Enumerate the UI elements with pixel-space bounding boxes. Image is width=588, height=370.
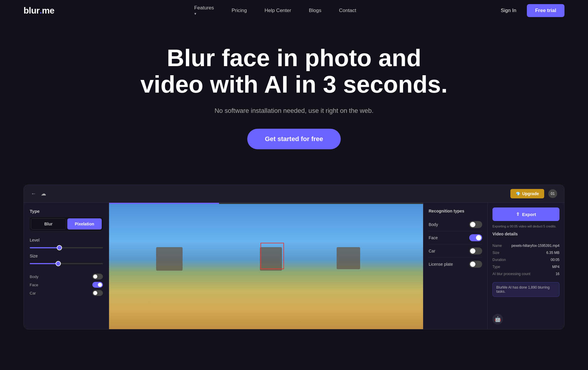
export-icon: ⇧ — [516, 212, 520, 217]
blur-type-button[interactable]: Blur — [31, 218, 66, 230]
left-panel: Type Blur Pixelation Level Size Bod — [24, 203, 109, 329]
video-placeholder — [109, 203, 423, 329]
nav-actions: Sign In Free trial — [496, 4, 564, 17]
face-toggle[interactable] — [92, 282, 103, 288]
detail-duration-key: Duration — [492, 258, 506, 262]
nav-link-features[interactable]: Features — [194, 5, 214, 11]
detail-duration-row: Duration 00:05 — [492, 256, 559, 263]
pixelation-type-button[interactable]: Pixelation — [67, 218, 102, 230]
detail-name-row: Name pexels-hillaryfox-1595391.mp4 — [492, 242, 559, 249]
navbar: blur.me Features Pricing Help Center Blo… — [0, 0, 588, 21]
nav-link-blogs[interactable]: Blogs — [309, 8, 321, 14]
export-note: Exporting a 00:05 video will deduct 5 cr… — [492, 225, 559, 228]
detail-type-row: Type MP4 — [492, 263, 559, 270]
details-panel: ⇧ Export Exporting a 00:05 video will de… — [488, 203, 564, 329]
detail-name-key: Name — [492, 244, 502, 248]
ai-message: BlurMe AI has done 1,890 blurring tasks. — [492, 282, 559, 297]
nav-links: Features Pricing Help Center Blogs Conta… — [194, 5, 356, 16]
hero-subtitle: No software installation needed, use it … — [12, 107, 576, 115]
detail-ai-count-key: AI blur processing count — [492, 272, 530, 276]
nav-item-contact[interactable]: Contact — [339, 8, 356, 14]
free-trial-button[interactable]: Free trial — [527, 4, 564, 17]
recognition-face-label: Face — [429, 235, 438, 240]
recognition-body-row: Body — [429, 218, 482, 231]
signin-button[interactable]: Sign In — [496, 5, 521, 16]
get-started-button[interactable]: Get started for free — [247, 129, 341, 149]
blur-overlay-right — [337, 247, 360, 269]
recognition-car-toggle[interactable] — [469, 247, 482, 255]
back-icon[interactable]: ← — [31, 191, 36, 197]
logo-dot: . — [40, 6, 42, 16]
body-toggle-row: Body — [30, 272, 103, 281]
recognition-car-label: Car — [429, 249, 435, 253]
size-slider[interactable] — [30, 263, 103, 264]
recognition-panel: Recognition types Body Face Car License … — [423, 203, 488, 329]
type-section: Type Blur Pixelation — [30, 209, 103, 231]
recognition-body-label: Body — [429, 222, 438, 227]
detail-size-row: Size 6.35 MB — [492, 249, 559, 256]
app-content: Type Blur Pixelation Level Size Bod — [24, 203, 564, 329]
video-progress-bar[interactable] — [109, 203, 423, 204]
nav-link-contact[interactable]: Contact — [339, 8, 356, 14]
detail-duration-val: 00:05 — [551, 258, 559, 262]
export-button[interactable]: ⇧ Export — [492, 207, 559, 221]
features-chevron-icon — [194, 11, 196, 16]
nav-item-pricing[interactable]: Pricing — [232, 8, 247, 14]
video-area[interactable] — [109, 203, 423, 329]
recognition-face-row: Face — [429, 231, 482, 245]
level-slider[interactable] — [30, 247, 103, 248]
nav-link-pricing[interactable]: Pricing — [232, 8, 247, 14]
nav-link-help[interactable]: Help Center — [265, 8, 291, 14]
blur-overlay-left — [156, 247, 183, 271]
level-section: Level — [30, 238, 103, 250]
level-label: Level — [30, 238, 103, 242]
app-preview: ← ☁ Upgrade 01 Type Blur Pixelation Leve… — [24, 185, 564, 329]
recognition-body-toggle[interactable] — [469, 221, 482, 228]
size-section: Size — [30, 254, 103, 265]
logo[interactable]: blur.me — [24, 6, 54, 16]
face-toggle-label: Face — [30, 283, 38, 287]
logo-blur: blur — [24, 6, 40, 16]
app-bar-left: ← ☁ — [31, 190, 46, 197]
recognition-plate-toggle[interactable] — [469, 261, 482, 268]
hero-title: Blur face in photo and video with AI in … — [132, 45, 456, 98]
detail-rows: Name pexels-hillaryfox-1595391.mp4 Size … — [492, 242, 559, 277]
car-toggle-row: Car — [30, 289, 103, 297]
detail-name-val: pexels-hillaryfox-1595391.mp4 — [512, 244, 559, 248]
detail-ai-count-val: 16 — [556, 272, 559, 276]
sliders-section: Level Size — [30, 238, 103, 265]
upgrade-button[interactable]: Upgrade — [510, 189, 544, 198]
recognition-plate-row: License plate — [429, 258, 482, 271]
type-label: Type — [30, 209, 103, 214]
body-toggle-label: Body — [30, 274, 39, 279]
cloud-icon[interactable]: ☁ — [41, 190, 46, 197]
app-bar-right: Upgrade 01 — [510, 189, 557, 198]
car-toggle-label: Car — [30, 291, 36, 295]
type-toggle: Blur Pixelation — [30, 217, 103, 231]
app-bar: ← ☁ Upgrade 01 — [24, 185, 564, 203]
recognition-plate-label: License plate — [429, 262, 453, 267]
face-toggle-row: Face — [30, 281, 103, 289]
detail-type-val: MP4 — [552, 265, 559, 269]
nav-item-blogs[interactable]: Blogs — [309, 8, 321, 14]
video-details-title: Video details — [492, 232, 559, 236]
size-label: Size — [30, 254, 103, 258]
detail-size-key: Size — [492, 251, 499, 255]
recognition-title: Recognition types — [429, 209, 482, 213]
detail-type-key: Type — [492, 265, 500, 269]
nav-item-help[interactable]: Help Center — [265, 8, 291, 14]
body-toggle[interactable] — [92, 274, 103, 279]
hero-section: Blur face in photo and video with AI in … — [0, 21, 588, 167]
bot-icon[interactable]: 🤖 — [492, 314, 503, 324]
recognition-face-toggle[interactable] — [469, 234, 482, 241]
export-label: Export — [522, 212, 536, 217]
mini-toggles: Body Face Car — [30, 272, 103, 297]
recognition-car-row: Car — [429, 245, 482, 258]
detail-ai-count-row: AI blur processing count 16 — [492, 270, 559, 277]
logo-me: me — [42, 6, 54, 16]
detail-size-val: 6.35 MB — [546, 251, 559, 255]
face-detection-box — [260, 243, 284, 269]
nav-item-features[interactable]: Features — [194, 5, 214, 16]
avatar: 01 — [548, 189, 557, 198]
car-toggle[interactable] — [92, 290, 103, 296]
